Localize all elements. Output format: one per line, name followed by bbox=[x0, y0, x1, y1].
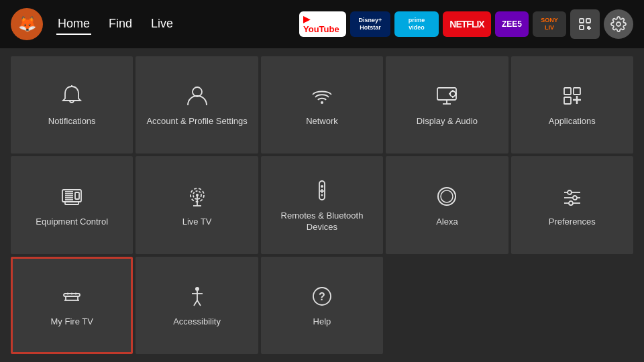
svg-text:?: ? bbox=[319, 291, 325, 302]
tile-remotes-bluetooth[interactable]: Remotes & Bluetooth Devices bbox=[261, 156, 383, 253]
remote-icon bbox=[309, 177, 335, 204]
tile-notifications-label: Notifications bbox=[48, 116, 96, 127]
empty-cell-1 bbox=[386, 257, 508, 354]
empty-cell-2 bbox=[511, 257, 633, 354]
main-content: Notifications Account & Profile Settings bbox=[0, 48, 644, 362]
bell-icon bbox=[58, 82, 85, 109]
settings-gear-icon[interactable] bbox=[604, 9, 633, 39]
tile-display-audio[interactable]: Display & Audio bbox=[386, 56, 508, 154]
svg-rect-21 bbox=[564, 88, 571, 95]
nav-live[interactable]: Live bbox=[150, 14, 174, 35]
svg-point-49 bbox=[568, 190, 572, 194]
display-icon bbox=[433, 82, 460, 109]
tile-alexa-label: Alexa bbox=[436, 217, 458, 228]
tile-live-tv-label: Live TV bbox=[182, 217, 212, 228]
svg-line-63 bbox=[197, 300, 201, 306]
tile-preferences-label: Preferences bbox=[549, 217, 596, 228]
svg-rect-23 bbox=[564, 97, 571, 104]
tile-equipment-label: Equipment Control bbox=[36, 217, 108, 228]
tile-network[interactable]: Network bbox=[261, 56, 383, 154]
svg-rect-13 bbox=[437, 88, 456, 100]
tile-preferences[interactable]: Preferences bbox=[511, 156, 633, 253]
tile-display-label: Display & Audio bbox=[417, 116, 478, 127]
tile-notifications[interactable]: Notifications bbox=[11, 56, 133, 154]
person-icon bbox=[184, 82, 211, 109]
apps-icon bbox=[559, 82, 586, 109]
svg-point-9 bbox=[616, 22, 621, 26]
youtube-app-icon[interactable]: ▶ YouTube bbox=[299, 11, 346, 37]
tile-account-profile[interactable]: Account & Profile Settings bbox=[136, 56, 258, 154]
firetv-icon bbox=[58, 283, 85, 310]
sliders-icon bbox=[559, 183, 586, 210]
svg-point-56 bbox=[67, 292, 69, 294]
zee5-app-icon[interactable]: ZEE5 bbox=[495, 11, 529, 37]
tile-applications-label: Applications bbox=[549, 116, 596, 127]
nav-find[interactable]: Find bbox=[107, 14, 133, 35]
svg-point-59 bbox=[195, 287, 199, 291]
top-nav: 🦊 Home Find Live ▶ YouTube Disney+Hotsta… bbox=[0, 0, 644, 48]
tv-icon bbox=[58, 183, 85, 210]
svg-point-16 bbox=[450, 91, 455, 97]
svg-rect-22 bbox=[574, 88, 580, 95]
netflix-app-icon[interactable]: NETFLIX bbox=[443, 11, 491, 37]
tile-my-fire-tv-label: My Fire TV bbox=[51, 316, 93, 328]
tile-account-label: Account & Profile Settings bbox=[146, 116, 247, 127]
tile-remotes-label: Remotes & Bluetooth Devices bbox=[266, 210, 378, 233]
tile-alexa[interactable]: Alexa bbox=[386, 156, 508, 253]
wifi-icon bbox=[309, 82, 335, 109]
svg-rect-1 bbox=[586, 19, 590, 23]
svg-point-58 bbox=[75, 292, 77, 294]
svg-point-11 bbox=[193, 87, 202, 97]
grid-button[interactable] bbox=[570, 9, 600, 39]
nav-home[interactable]: Home bbox=[56, 14, 91, 35]
tile-network-label: Network bbox=[306, 116, 338, 127]
svg-point-51 bbox=[569, 201, 573, 205]
svg-point-45 bbox=[441, 190, 453, 202]
alexa-icon bbox=[433, 183, 460, 210]
svg-point-43 bbox=[321, 194, 323, 196]
svg-point-57 bbox=[71, 292, 73, 294]
svg-line-62 bbox=[194, 300, 197, 306]
nav-apps: ▶ YouTube Disney+Hotstar primevideo NETF… bbox=[299, 9, 633, 39]
svg-point-40 bbox=[321, 185, 323, 188]
svg-rect-27 bbox=[65, 202, 78, 204]
tile-my-fire-tv[interactable]: My Fire TV bbox=[11, 257, 133, 354]
nav-logo[interactable]: 🦊 bbox=[11, 8, 43, 40]
tile-accessibility-label: Accessibility bbox=[173, 316, 221, 328]
tile-help[interactable]: ? Help bbox=[261, 257, 383, 354]
sony-app-icon[interactable]: SONYLIV bbox=[533, 11, 566, 37]
help-icon: ? bbox=[309, 283, 335, 310]
antenna-icon bbox=[184, 183, 211, 210]
svg-point-12 bbox=[321, 101, 323, 104]
tile-live-tv[interactable]: Live TV bbox=[136, 156, 258, 253]
tile-applications[interactable]: Applications bbox=[511, 56, 633, 154]
tile-equipment-control[interactable]: Equipment Control bbox=[11, 156, 133, 253]
prime-app-icon[interactable]: primevideo bbox=[394, 11, 439, 37]
svg-rect-0 bbox=[580, 19, 584, 23]
svg-point-50 bbox=[573, 196, 577, 200]
accessibility-icon bbox=[184, 283, 211, 310]
svg-rect-2 bbox=[580, 25, 584, 29]
tile-help-label: Help bbox=[313, 316, 331, 328]
disney-app-icon[interactable]: Disney+Hotstar bbox=[350, 11, 390, 37]
tile-accessibility[interactable]: Accessibility bbox=[136, 257, 258, 354]
settings-grid: Notifications Account & Profile Settings bbox=[11, 56, 633, 354]
svg-rect-33 bbox=[75, 192, 79, 199]
nav-links: Home Find Live bbox=[56, 14, 174, 35]
